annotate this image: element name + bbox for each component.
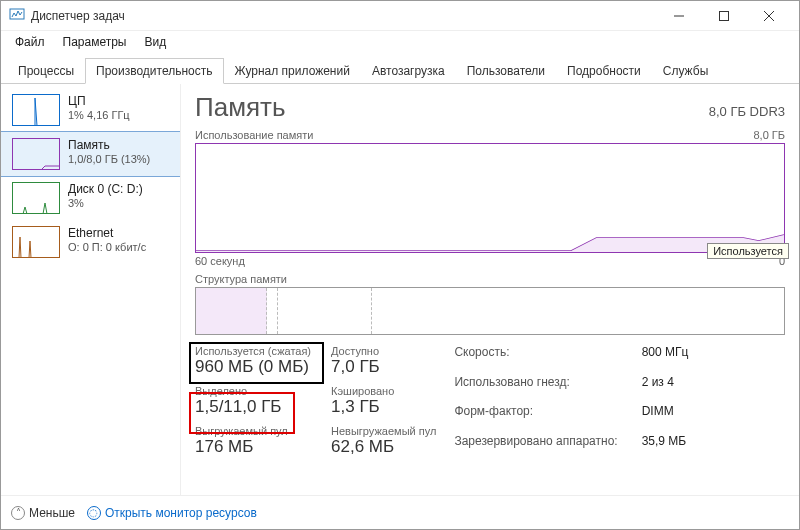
window-controls (656, 1, 791, 31)
sidebar-item-label: ЦП (68, 94, 130, 109)
memory-stats-block: Используется (сжатая) 960 МБ (0 МБ) Дост… (195, 345, 436, 457)
tab-details[interactable]: Подробности (556, 58, 652, 84)
fewer-details-button[interactable]: ˄ Меньше (11, 506, 75, 520)
menu-view[interactable]: Вид (136, 33, 174, 51)
memory-specs-table: Скорость: 800 МГц Использовано гнезд: 2 … (454, 345, 688, 457)
structure-seg-inuse (196, 288, 267, 334)
close-button[interactable] (746, 1, 791, 31)
stat-committed-label: Выделено (195, 385, 311, 397)
content-area: ЦП 1% 4,16 ГГц Память 1,0/8,0 ГБ (13%) Д… (1, 84, 799, 495)
title-bar: Диспетчер задач (1, 1, 799, 31)
sidebar-item-cpu[interactable]: ЦП 1% 4,16 ГГц (1, 88, 180, 132)
stat-paged-label: Выгружаемый пул (195, 425, 311, 437)
tooltip: Используется (707, 243, 789, 259)
usage-graph-label: Использование памяти (195, 129, 313, 141)
stat-cached-label: Кэшировано (331, 385, 436, 397)
resmon-label: Открыть монитор ресурсов (105, 506, 257, 520)
cpu-thumb-icon (12, 94, 60, 126)
menu-file[interactable]: Файл (7, 33, 53, 51)
stat-committed-value: 1,5/11,0 ГБ (195, 397, 311, 417)
stat-inuse-label: Используется (сжатая) (195, 345, 311, 357)
stat-cached-value: 1,3 ГБ (331, 397, 436, 417)
page-title: Память (195, 92, 286, 123)
ethernet-thumb-icon (12, 226, 60, 258)
stat-nonpaged-label: Невыгружаемый пул (331, 425, 436, 437)
memory-usage-graph[interactable] (195, 143, 785, 253)
sidebar-item-ethernet[interactable]: Ethernet О: 0 П: 0 кбит/с (1, 220, 180, 264)
structure-seg-standby (278, 288, 372, 334)
usage-graph-max: 8,0 ГБ (753, 129, 785, 141)
minimize-button[interactable] (656, 1, 701, 31)
sidebar-item-label: Память (68, 138, 150, 153)
structure-seg-free (372, 288, 784, 334)
sidebar-item-sub: 3% (68, 197, 143, 211)
tab-startup[interactable]: Автозагрузка (361, 58, 456, 84)
stat-paged-value: 176 МБ (195, 437, 311, 457)
tab-services[interactable]: Службы (652, 58, 719, 84)
tab-app-history[interactable]: Журнал приложений (224, 58, 361, 84)
window-title: Диспетчер задач (31, 9, 125, 23)
fewer-label: Меньше (29, 506, 75, 520)
chevron-up-icon: ˄ (11, 506, 25, 520)
app-icon (9, 6, 25, 25)
spec-form-value: DIMM (642, 404, 689, 428)
sidebar-item-sub: 1,0/8,0 ГБ (13%) (68, 153, 150, 167)
structure-seg-modified (267, 288, 279, 334)
sidebar-item-disk[interactable]: Диск 0 (C: D:) 3% (1, 176, 180, 220)
tab-users[interactable]: Пользователи (456, 58, 556, 84)
sidebar-item-memory[interactable]: Память 1,0/8,0 ГБ (13%) (1, 132, 180, 176)
tab-performance[interactable]: Производительность (85, 58, 223, 84)
spec-reserved-value: 35,9 МБ (642, 434, 689, 458)
tab-processes[interactable]: Процессы (7, 58, 85, 84)
spec-slots-label: Использовано гнезд: (454, 375, 617, 399)
sidebar-item-label: Ethernet (68, 226, 146, 241)
memory-capacity: 8,0 ГБ DDR3 (709, 104, 785, 119)
memory-thumb-icon (12, 138, 60, 170)
svg-rect-2 (719, 11, 728, 20)
menu-bar: Файл Параметры Вид (1, 31, 799, 53)
spec-form-label: Форм-фактор: (454, 404, 617, 428)
stat-available-label: Доступно (331, 345, 436, 357)
sidebar-item-sub: 1% 4,16 ГГц (68, 109, 130, 123)
menu-options[interactable]: Параметры (55, 33, 135, 51)
usage-graph-timespan: 60 секунд (195, 255, 245, 267)
spec-slots-value: 2 из 4 (642, 375, 689, 399)
spec-speed-value: 800 МГц (642, 345, 689, 369)
resmon-icon: ◌ (87, 506, 101, 520)
memory-structure-graph[interactable] (195, 287, 785, 335)
stat-inuse-value: 960 МБ (0 МБ) (195, 357, 311, 377)
open-resmon-link[interactable]: ◌ Открыть монитор ресурсов (87, 506, 257, 520)
spec-speed-label: Скорость: (454, 345, 617, 369)
footer: ˄ Меньше ◌ Открыть монитор ресурсов (1, 495, 799, 529)
disk-thumb-icon (12, 182, 60, 214)
tab-bar: Процессы Производительность Журнал прило… (1, 53, 799, 84)
maximize-button[interactable] (701, 1, 746, 31)
sidebar-item-label: Диск 0 (C: D:) (68, 182, 143, 197)
stat-nonpaged-value: 62,6 МБ (331, 437, 436, 457)
sidebar-item-sub: О: 0 П: 0 кбит/с (68, 241, 146, 255)
memory-detail-pane: Память 8,0 ГБ DDR3 Использование памяти … (181, 84, 799, 495)
performance-sidebar: ЦП 1% 4,16 ГГц Память 1,0/8,0 ГБ (13%) Д… (1, 84, 181, 495)
structure-label: Структура памяти (195, 273, 785, 285)
stat-available-value: 7,0 ГБ (331, 357, 436, 377)
spec-reserved-label: Зарезервировано аппаратно: (454, 434, 617, 458)
